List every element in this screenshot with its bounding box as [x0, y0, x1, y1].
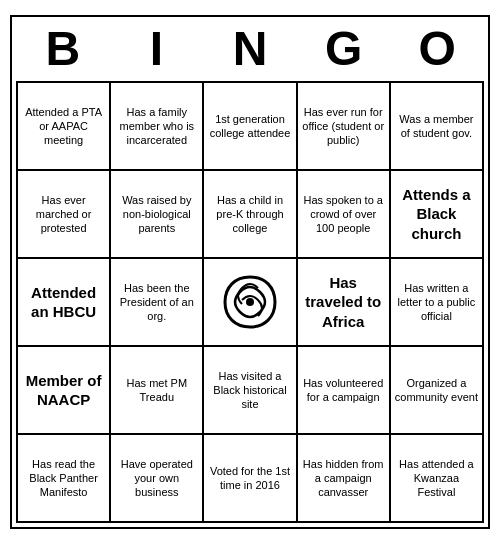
- bingo-grid: Attended a PTA or AAPAC meetingHas a fam…: [16, 81, 484, 523]
- cell-text-r4c1: Have operated your own business: [115, 457, 198, 500]
- bingo-cell-r1c2[interactable]: Has a child in pre-K through college: [203, 170, 296, 258]
- bingo-cell-r0c0[interactable]: Attended a PTA or AAPAC meeting: [17, 82, 110, 170]
- cell-text-r2c0: Attended an HBCU: [22, 283, 105, 322]
- cell-text-r3c3: Has volunteered for a campaign: [302, 376, 385, 405]
- cell-text-r1c0: Has ever marched or protested: [22, 193, 105, 236]
- bingo-cell-r2c2[interactable]: [203, 258, 296, 346]
- bingo-cell-r3c1[interactable]: Has met PM Treadu: [110, 346, 203, 434]
- header-letter-b: B: [19, 25, 107, 73]
- header-letter-g: G: [300, 25, 388, 73]
- bingo-cell-r3c3[interactable]: Has volunteered for a campaign: [297, 346, 390, 434]
- bingo-cell-r1c0[interactable]: Has ever marched or protested: [17, 170, 110, 258]
- bingo-cell-r0c1[interactable]: Has a family member who is incarcerated: [110, 82, 203, 170]
- bingo-cell-r1c1[interactable]: Was raised by non-biological parents: [110, 170, 203, 258]
- cell-text-r3c4: Organized a community event: [395, 376, 478, 405]
- bingo-cell-r4c3[interactable]: Has hidden from a campaign canvasser: [297, 434, 390, 522]
- cell-text-r3c2: Has visited a Black historical site: [208, 369, 291, 412]
- header-letter-o: O: [393, 25, 481, 73]
- cell-text-r1c3: Has spoken to a crowd of over 100 people: [302, 193, 385, 236]
- bingo-cell-r2c1[interactable]: Has been the President of an org.: [110, 258, 203, 346]
- bingo-cell-r1c4[interactable]: Attends a Black church: [390, 170, 483, 258]
- bingo-header: BINGO: [16, 21, 484, 81]
- cell-text-r4c3: Has hidden from a campaign canvasser: [302, 457, 385, 500]
- cell-text-r1c4: Attends a Black church: [395, 185, 478, 244]
- bingo-card: BINGO Attended a PTA or AAPAC meetingHas…: [10, 15, 490, 529]
- bingo-cell-r2c3[interactable]: Has traveled to Africa: [297, 258, 390, 346]
- cell-text-r2c3: Has traveled to Africa: [302, 273, 385, 332]
- cell-text-r0c3: Has ever run for office (student or publ…: [302, 105, 385, 148]
- cell-text-r0c0: Attended a PTA or AAPAC meeting: [22, 105, 105, 148]
- bingo-cell-r4c1[interactable]: Have operated your own business: [110, 434, 203, 522]
- bingo-cell-r3c4[interactable]: Organized a community event: [390, 346, 483, 434]
- bingo-cell-r3c0[interactable]: Member of NAACP: [17, 346, 110, 434]
- free-space-icon: [220, 272, 280, 332]
- cell-text-r4c2: Voted for the 1st time in 2016: [208, 464, 291, 493]
- cell-text-r0c4: Was a member of student gov.: [395, 112, 478, 141]
- bingo-cell-r4c2[interactable]: Voted for the 1st time in 2016: [203, 434, 296, 522]
- bingo-cell-r0c4[interactable]: Was a member of student gov.: [390, 82, 483, 170]
- cell-text-r1c2: Has a child in pre-K through college: [208, 193, 291, 236]
- bingo-cell-r0c3[interactable]: Has ever run for office (student or publ…: [297, 82, 390, 170]
- bingo-cell-r2c4[interactable]: Has written a letter to a public officia…: [390, 258, 483, 346]
- cell-text-r4c0: Has read the Black Panther Manifesto: [22, 457, 105, 500]
- header-letter-i: I: [112, 25, 200, 73]
- cell-text-r1c1: Was raised by non-biological parents: [115, 193, 198, 236]
- header-letter-n: N: [206, 25, 294, 73]
- bingo-cell-r0c2[interactable]: 1st generation college attendee: [203, 82, 296, 170]
- cell-text-r0c2: 1st generation college attendee: [208, 112, 291, 141]
- cell-text-r2c4: Has written a letter to a public officia…: [395, 281, 478, 324]
- cell-text-r0c1: Has a family member who is incarcerated: [115, 105, 198, 148]
- cell-text-r2c1: Has been the President of an org.: [115, 281, 198, 324]
- bingo-cell-r3c2[interactable]: Has visited a Black historical site: [203, 346, 296, 434]
- cell-text-r3c0: Member of NAACP: [22, 371, 105, 410]
- bingo-cell-r4c0[interactable]: Has read the Black Panther Manifesto: [17, 434, 110, 522]
- bingo-cell-r2c0[interactable]: Attended an HBCU: [17, 258, 110, 346]
- bingo-cell-r1c3[interactable]: Has spoken to a crowd of over 100 people: [297, 170, 390, 258]
- cell-text-r4c4: Has attended a Kwanzaa Festival: [395, 457, 478, 500]
- bingo-cell-r4c4[interactable]: Has attended a Kwanzaa Festival: [390, 434, 483, 522]
- svg-point-0: [246, 298, 254, 306]
- cell-text-r3c1: Has met PM Treadu: [115, 376, 198, 405]
